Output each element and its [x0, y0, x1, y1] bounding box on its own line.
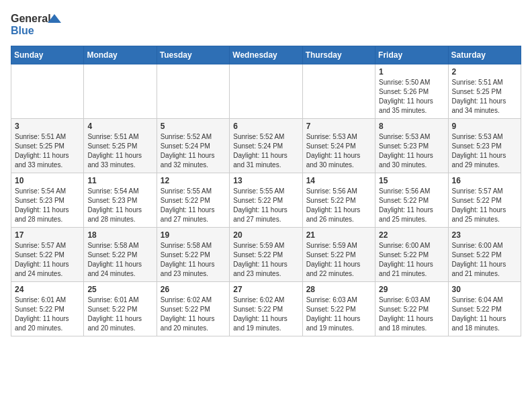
day-number: 3	[15, 122, 80, 131]
calendar-cell	[230, 64, 302, 119]
day-number: 26	[161, 285, 226, 294]
day-info: Sunrise: 5:51 AMSunset: 5:25 PMDaylight:…	[87, 132, 152, 170]
day-info: Sunrise: 6:03 AMSunset: 5:22 PMDaylight:…	[306, 295, 371, 333]
day-number: 24	[15, 285, 80, 294]
day-number: 12	[161, 176, 226, 185]
calendar-cell: 14Sunrise: 5:56 AMSunset: 5:22 PMDayligh…	[302, 173, 375, 228]
day-number: 22	[379, 230, 444, 240]
day-info: Sunrise: 5:58 AMSunset: 5:22 PMDaylight:…	[161, 241, 226, 279]
calendar-cell: 3Sunrise: 5:51 AMSunset: 5:25 PMDaylight…	[11, 119, 84, 173]
day-number: 23	[452, 230, 517, 240]
calendar-cell: 24Sunrise: 6:01 AMSunset: 5:22 PMDayligh…	[11, 282, 84, 336]
calendar-cell: 17Sunrise: 5:57 AMSunset: 5:22 PMDayligh…	[11, 228, 84, 282]
week-row-5: 24Sunrise: 6:01 AMSunset: 5:22 PMDayligh…	[11, 282, 521, 336]
calendar-cell: 30Sunrise: 6:04 AMSunset: 5:22 PMDayligh…	[448, 282, 521, 336]
week-row-2: 3Sunrise: 5:51 AMSunset: 5:25 PMDaylight…	[11, 119, 521, 173]
day-info: Sunrise: 6:00 AMSunset: 5:22 PMDaylight:…	[379, 241, 444, 279]
header-tuesday: Tuesday	[157, 46, 229, 64]
day-info: Sunrise: 5:56 AMSunset: 5:22 PMDaylight:…	[306, 187, 371, 224]
day-number: 2	[452, 67, 517, 77]
day-info: Sunrise: 5:50 AMSunset: 5:26 PMDaylight:…	[379, 78, 444, 116]
day-info: Sunrise: 5:54 AMSunset: 5:23 PMDaylight:…	[15, 187, 80, 224]
day-number: 27	[233, 285, 298, 294]
calendar-cell: 4Sunrise: 5:51 AMSunset: 5:25 PMDaylight…	[84, 119, 157, 173]
calendar-cell: 11Sunrise: 5:54 AMSunset: 5:23 PMDayligh…	[84, 173, 157, 228]
day-number: 6	[233, 122, 298, 131]
day-info: Sunrise: 5:52 AMSunset: 5:24 PMDaylight:…	[233, 132, 298, 170]
day-number: 29	[379, 285, 444, 294]
calendar-cell: 5Sunrise: 5:52 AMSunset: 5:24 PMDaylight…	[157, 119, 229, 173]
calendar-cell: 18Sunrise: 5:58 AMSunset: 5:22 PMDayligh…	[84, 228, 157, 282]
calendar-cell	[157, 64, 229, 119]
day-number: 16	[452, 176, 517, 185]
calendar-cell: 1Sunrise: 5:50 AMSunset: 5:26 PMDaylight…	[375, 64, 448, 119]
calendar-cell: 16Sunrise: 5:57 AMSunset: 5:22 PMDayligh…	[448, 173, 521, 228]
header-wednesday: Wednesday	[230, 46, 302, 64]
day-info: Sunrise: 5:58 AMSunset: 5:22 PMDaylight:…	[87, 241, 152, 279]
day-info: Sunrise: 6:02 AMSunset: 5:22 PMDaylight:…	[161, 295, 226, 333]
calendar-cell: 13Sunrise: 5:55 AMSunset: 5:22 PMDayligh…	[230, 173, 302, 228]
day-info: Sunrise: 6:02 AMSunset: 5:22 PMDaylight:…	[233, 295, 298, 333]
day-info: Sunrise: 5:53 AMSunset: 5:23 PMDaylight:…	[379, 132, 444, 170]
calendar-cell: 29Sunrise: 6:03 AMSunset: 5:22 PMDayligh…	[375, 282, 448, 336]
calendar-cell: 10Sunrise: 5:54 AMSunset: 5:23 PMDayligh…	[11, 173, 84, 228]
svg-text:General: General	[11, 13, 51, 24]
day-number: 15	[379, 176, 444, 185]
logo-icon: GeneralBlue	[11, 11, 64, 38]
calendar-cell: 25Sunrise: 6:01 AMSunset: 5:22 PMDayligh…	[84, 282, 157, 336]
calendar-cell	[302, 64, 375, 119]
calendar-cell	[11, 64, 84, 119]
day-number: 21	[306, 230, 371, 240]
calendar-cell: 21Sunrise: 5:59 AMSunset: 5:22 PMDayligh…	[302, 228, 375, 282]
day-info: Sunrise: 6:00 AMSunset: 5:22 PMDaylight:…	[452, 241, 517, 279]
calendar-cell: 2Sunrise: 5:51 AMSunset: 5:25 PMDaylight…	[448, 64, 521, 119]
calendar-cell: 6Sunrise: 5:52 AMSunset: 5:24 PMDaylight…	[230, 119, 302, 173]
header-friday: Friday	[375, 46, 448, 64]
week-row-1: 1Sunrise: 5:50 AMSunset: 5:26 PMDaylight…	[11, 64, 521, 119]
page-header: GeneralBlue	[11, 11, 521, 38]
day-info: Sunrise: 5:52 AMSunset: 5:24 PMDaylight:…	[161, 132, 226, 170]
day-info: Sunrise: 6:04 AMSunset: 5:22 PMDaylight:…	[452, 295, 517, 333]
calendar-cell: 27Sunrise: 6:02 AMSunset: 5:22 PMDayligh…	[230, 282, 302, 336]
day-number: 14	[306, 176, 371, 185]
day-info: Sunrise: 5:57 AMSunset: 5:22 PMDaylight:…	[15, 241, 80, 279]
calendar-cell: 28Sunrise: 6:03 AMSunset: 5:22 PMDayligh…	[302, 282, 375, 336]
day-number: 1	[379, 67, 444, 77]
header-monday: Monday	[84, 46, 157, 64]
day-info: Sunrise: 5:55 AMSunset: 5:22 PMDaylight:…	[233, 187, 298, 224]
day-number: 25	[87, 285, 152, 294]
day-info: Sunrise: 6:03 AMSunset: 5:22 PMDaylight:…	[379, 295, 444, 333]
calendar-cell: 12Sunrise: 5:55 AMSunset: 5:22 PMDayligh…	[157, 173, 229, 228]
day-number: 20	[233, 230, 298, 240]
day-info: Sunrise: 5:54 AMSunset: 5:23 PMDaylight:…	[87, 187, 152, 224]
day-number: 7	[306, 122, 371, 131]
day-number: 18	[87, 230, 152, 240]
calendar-cell	[84, 64, 157, 119]
calendar-cell: 22Sunrise: 6:00 AMSunset: 5:22 PMDayligh…	[375, 228, 448, 282]
svg-text:Blue: Blue	[11, 25, 34, 36]
day-number: 17	[15, 230, 80, 240]
day-number: 10	[15, 176, 80, 185]
day-info: Sunrise: 6:01 AMSunset: 5:22 PMDaylight:…	[15, 295, 80, 333]
day-info: Sunrise: 6:01 AMSunset: 5:22 PMDaylight:…	[87, 295, 152, 333]
day-info: Sunrise: 5:57 AMSunset: 5:22 PMDaylight:…	[452, 187, 517, 224]
calendar-cell: 7Sunrise: 5:53 AMSunset: 5:24 PMDaylight…	[302, 119, 375, 173]
day-number: 5	[161, 122, 226, 131]
day-number: 8	[379, 122, 444, 131]
day-number: 4	[87, 122, 152, 131]
calendar-cell: 26Sunrise: 6:02 AMSunset: 5:22 PMDayligh…	[157, 282, 229, 336]
header-thursday: Thursday	[302, 46, 375, 64]
day-info: Sunrise: 5:59 AMSunset: 5:22 PMDaylight:…	[233, 241, 298, 279]
logo: GeneralBlue	[11, 11, 64, 38]
week-row-4: 17Sunrise: 5:57 AMSunset: 5:22 PMDayligh…	[11, 228, 521, 282]
header-sunday: Sunday	[11, 46, 84, 64]
day-info: Sunrise: 5:55 AMSunset: 5:22 PMDaylight:…	[161, 187, 226, 224]
calendar-cell: 9Sunrise: 5:53 AMSunset: 5:23 PMDaylight…	[448, 119, 521, 173]
day-info: Sunrise: 5:59 AMSunset: 5:22 PMDaylight:…	[306, 241, 371, 279]
calendar-cell: 15Sunrise: 5:56 AMSunset: 5:22 PMDayligh…	[375, 173, 448, 228]
day-info: Sunrise: 5:51 AMSunset: 5:25 PMDaylight:…	[15, 132, 80, 170]
day-info: Sunrise: 5:56 AMSunset: 5:22 PMDaylight:…	[379, 187, 444, 224]
calendar-table: SundayMondayTuesdayWednesdayThursdayFrid…	[11, 46, 521, 336]
day-number: 11	[87, 176, 152, 185]
day-number: 19	[161, 230, 226, 240]
